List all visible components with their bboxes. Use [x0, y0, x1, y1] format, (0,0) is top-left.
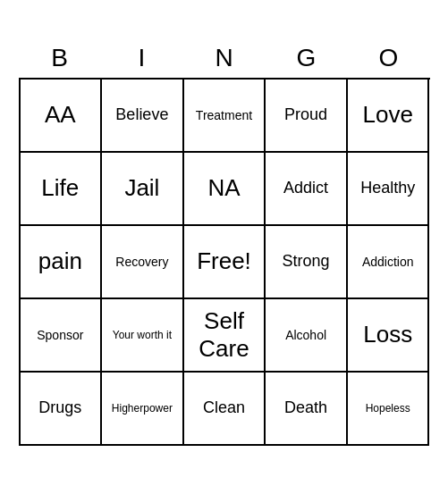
bingo-cell-r3-c3: Alcohol	[266, 299, 348, 373]
cell-text-r4-c0: Drugs	[38, 398, 81, 418]
bingo-cell-r2-c4: Addiction	[348, 226, 430, 299]
bingo-cell-r0-c1: Believe	[102, 80, 184, 153]
bingo-cell-r2-c0: pain	[21, 226, 103, 299]
cell-text-r3-c3: Alcohol	[285, 328, 326, 343]
cell-text-r1-c2: NA	[207, 174, 240, 202]
cell-text-r1-c0: Life	[41, 174, 79, 202]
bingo-cell-r4-c4: Hopeless	[348, 373, 430, 446]
cell-text-r1-c4: Healthy	[360, 179, 415, 198]
bingo-cell-r1-c1: Jail	[102, 153, 184, 226]
cell-text-r0-c0: AA	[45, 101, 76, 129]
bingo-cell-r4-c3: Death	[266, 373, 348, 446]
bingo-cell-r2-c1: Recovery	[102, 226, 184, 299]
cell-text-r4-c4: Hopeless	[366, 402, 410, 415]
cell-text-r3-c4: Loss	[363, 321, 412, 348]
header-letter-o: O	[348, 40, 430, 76]
header-letter-b: B	[19, 40, 101, 76]
cell-text-r0-c1: Believe	[115, 105, 168, 125]
cell-text-r4-c3: Death	[284, 398, 327, 418]
bingo-cell-r0-c0: AA	[21, 80, 103, 153]
cell-text-r1-c3: Addict	[283, 179, 328, 198]
cell-text-r2-c1: Recovery	[115, 255, 168, 270]
bingo-cell-r3-c1: Your worth it	[102, 299, 184, 373]
bingo-header: BINGO	[19, 40, 430, 76]
bingo-cell-r4-c0: Drugs	[21, 373, 103, 446]
bingo-cell-r4-c1: Higherpower	[102, 373, 184, 446]
bingo-cell-r0-c4: Love	[348, 80, 430, 153]
cell-text-r4-c1: Higherpower	[112, 402, 173, 415]
bingo-cell-r2-c2: Free!	[184, 226, 266, 299]
bingo-cell-r1-c0: Life	[21, 153, 103, 226]
cell-text-r0-c3: Proud	[284, 105, 327, 125]
bingo-card: BINGO AABelieveTreatmentProudLoveLifeJai…	[10, 31, 439, 455]
cell-text-r2-c4: Addiction	[362, 255, 414, 270]
bingo-cell-r0-c2: Treatment	[184, 80, 266, 153]
bingo-cell-r3-c2: Self Care	[184, 299, 266, 373]
header-letter-n: N	[183, 40, 266, 76]
bingo-cell-r3-c4: Loss	[348, 299, 430, 373]
header-letter-i: I	[101, 40, 183, 76]
bingo-cell-r1-c2: NA	[184, 153, 266, 226]
cell-text-r3-c2: Self Care	[188, 307, 261, 363]
cell-text-r0-c4: Love	[362, 101, 412, 129]
cell-text-r2-c3: Strong	[283, 252, 330, 272]
cell-text-r0-c2: Treatment	[196, 108, 252, 123]
header-letter-g: G	[266, 40, 348, 76]
cell-text-r2-c0: pain	[38, 247, 82, 275]
bingo-cell-r4-c2: Clean	[184, 373, 266, 446]
bingo-cell-r1-c4: Healthy	[348, 153, 430, 226]
cell-text-r4-c2: Clean	[203, 398, 245, 418]
bingo-cell-r2-c3: Strong	[266, 226, 348, 299]
bingo-cell-r0-c3: Proud	[266, 80, 348, 153]
bingo-grid: AABelieveTreatmentProudLoveLifeJailNAAdd…	[19, 78, 430, 446]
bingo-cell-r3-c0: Sponsor	[21, 299, 103, 373]
cell-text-r3-c0: Sponsor	[37, 328, 83, 343]
cell-text-r2-c2: Free!	[197, 247, 251, 275]
bingo-cell-r1-c3: Addict	[266, 153, 348, 226]
cell-text-r1-c1: Jail	[124, 174, 159, 202]
cell-text-r3-c1: Your worth it	[113, 329, 172, 341]
